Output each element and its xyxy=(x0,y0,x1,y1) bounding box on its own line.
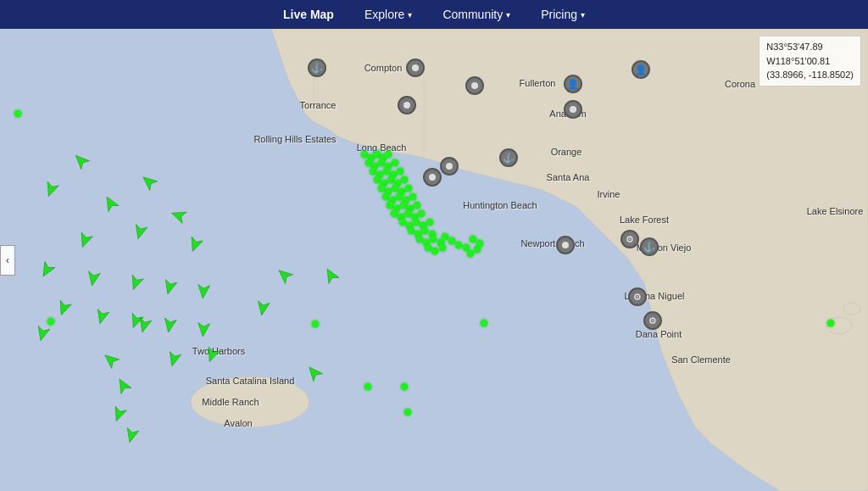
vessel-dot-44 xyxy=(426,219,434,226)
vessel-dot-24 xyxy=(405,185,413,192)
map-container[interactable]: ‹ N33°53'47.89 W118°51'00.81 (33.8966, -… xyxy=(0,29,868,491)
map-marker-7[interactable]: ⚓ xyxy=(499,148,518,167)
vessel-dot-34 xyxy=(414,202,421,209)
city-label-torrance: Torrance xyxy=(300,100,337,110)
vessel-dot-39 xyxy=(418,210,426,218)
nav-pricing[interactable]: Pricing▾ xyxy=(526,0,600,29)
map-marker-5[interactable]: 👤 xyxy=(632,60,650,79)
vessel-dot-47 xyxy=(421,227,429,235)
map-marker-9[interactable] xyxy=(423,168,442,187)
svg-marker-16 xyxy=(86,271,101,287)
map-marker-1[interactable] xyxy=(406,59,425,77)
city-label-irvine: Irvine xyxy=(598,189,620,199)
map-marker-6[interactable] xyxy=(398,96,416,114)
vessel-dot-68 xyxy=(47,318,55,326)
vessel-dot-9 xyxy=(392,159,399,167)
svg-marker-19 xyxy=(197,284,209,299)
vessel-arrow-12 xyxy=(197,284,209,299)
city-label-san-clemente: San Clemente xyxy=(671,354,731,365)
nav-community[interactable]: Community▾ xyxy=(427,0,526,29)
nav-live-map[interactable]: Live Map xyxy=(268,0,349,29)
vessel-dot-55 xyxy=(439,244,447,252)
svg-marker-24 xyxy=(197,322,209,337)
vessel-arrow-24 xyxy=(256,301,270,316)
coordinates-box: N33°53'47.89 W118°51'00.81 (33.8966, -11… xyxy=(759,36,861,86)
city-label-corona: Corona xyxy=(725,79,755,89)
city-label-newport-beach: Newport Beach xyxy=(520,238,584,248)
svg-marker-31 xyxy=(256,301,270,316)
city-label-lake-elsinore: Lake Elsinore xyxy=(807,206,864,216)
vessel-dot-64 xyxy=(14,110,22,118)
coords-line2: W118°51'00.81 xyxy=(766,54,854,69)
vessel-dot-14 xyxy=(397,168,404,176)
vessel-arrow-17 xyxy=(197,322,209,337)
city-label-lake-forest: Lake Forest xyxy=(620,215,669,225)
city-label-dana-point: Dana Point xyxy=(636,329,682,339)
city-label-compton: Compton xyxy=(364,63,403,73)
city-label-santa-ana: Santa Ana xyxy=(547,172,590,182)
map-marker-0[interactable]: ⚓ xyxy=(308,59,326,77)
vessel-arrow-16 xyxy=(163,318,177,333)
city-label-middle-ranch: Middle Ranch xyxy=(202,397,259,407)
vessel-dot-29 xyxy=(409,193,417,201)
vessel-dot-51 xyxy=(430,236,437,243)
back-arrow-button[interactable]: ‹ xyxy=(0,245,15,276)
vessel-dot-54 xyxy=(431,248,439,255)
city-label-orange: Orange xyxy=(551,147,582,157)
vessel-dot-71 xyxy=(401,383,409,391)
map-marker-4[interactable] xyxy=(564,100,582,119)
map-marker-11[interactable]: ⚓ xyxy=(640,237,659,256)
map-marker-13[interactable]: ⚙ xyxy=(643,311,662,330)
city-label-santa-catalina-island: Santa Catalina Island xyxy=(206,376,295,386)
city-label-avalon: Avalon xyxy=(224,418,252,428)
vessel-dot-69 xyxy=(827,320,835,327)
vessel-dot-67 xyxy=(481,320,488,327)
vessel-dot-66 xyxy=(404,409,412,416)
vessel-dot-63 xyxy=(476,240,484,248)
nav-explore[interactable]: Explore▾ xyxy=(349,0,427,29)
vessel-arrow-9 xyxy=(86,271,101,287)
vessel-dot-70 xyxy=(364,383,372,391)
vessel-dot-65 xyxy=(312,321,320,328)
map-marker-8[interactable] xyxy=(440,157,459,176)
map-marker-12[interactable]: ⚙ xyxy=(628,287,647,306)
coords-line3: (33.8966, -118.8502) xyxy=(766,68,854,82)
navbar: Live Map Explore▾ Community▾ Pricing▾ xyxy=(0,0,868,29)
svg-marker-23 xyxy=(163,318,177,333)
vessel-dot-19 xyxy=(401,176,409,184)
coords-line1: N33°53'47.89 xyxy=(766,40,854,54)
vessel-dot-4 xyxy=(385,151,392,159)
city-label-fullerton: Fullerton xyxy=(520,78,556,88)
city-label-rolling-hills-estates: Rolling Hills Estates xyxy=(253,134,336,144)
map-marker-14[interactable] xyxy=(556,236,575,254)
map-marker-10[interactable]: ⚙ xyxy=(620,230,639,248)
city-label-huntington-beach: Huntington Beach xyxy=(463,200,537,210)
map-marker-2[interactable] xyxy=(465,76,484,95)
vessel-dot-58 xyxy=(455,242,463,249)
map-marker-3[interactable]: 👤 xyxy=(564,75,582,93)
